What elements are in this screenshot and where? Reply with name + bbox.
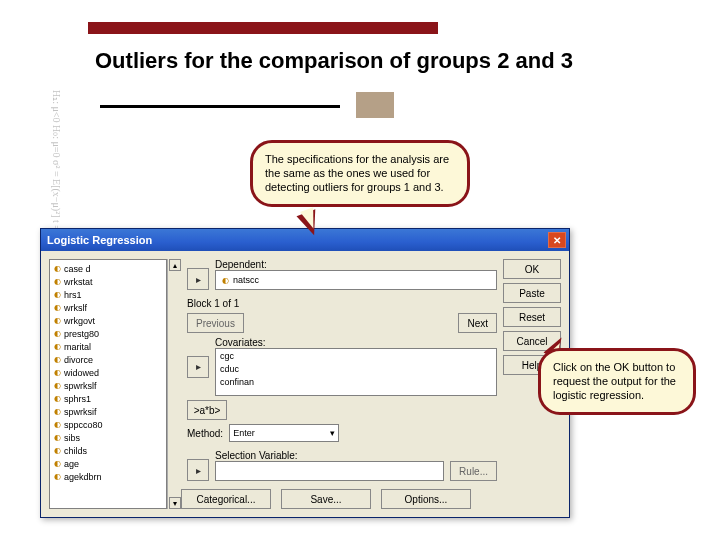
variable-icon: ◐ xyxy=(52,433,62,443)
slide-underline xyxy=(100,105,340,108)
list-item[interactable]: ◐agekdbrn xyxy=(52,470,164,483)
list-item[interactable]: ◐hrs1 xyxy=(52,288,164,301)
variable-icon: ◐ xyxy=(52,446,62,456)
list-item[interactable]: ◐spwrkslf xyxy=(52,379,164,392)
list-item[interactable]: cgc xyxy=(220,351,234,361)
list-item[interactable]: ◐wrkgovt xyxy=(52,314,164,327)
selection-variable-label: Selection Variable: xyxy=(215,450,444,461)
variable-list[interactable]: ◐case d◐wrkstat◐hrs1◐wrkslf◐wrkgovt◐pres… xyxy=(49,259,167,509)
slide-accent-bar xyxy=(88,22,438,34)
list-item[interactable]: cduc xyxy=(220,364,239,374)
interaction-button[interactable]: >a*b> xyxy=(187,400,227,420)
rule-button[interactable]: Rule... xyxy=(450,461,497,481)
variable-list-scrollbar[interactable]: ▴ ▾ xyxy=(167,259,181,509)
variable-icon: ◐ xyxy=(52,420,62,430)
variable-icon: ◐ xyxy=(52,342,62,352)
scroll-down-icon[interactable]: ▾ xyxy=(169,497,181,509)
dependent-label: Dependent: xyxy=(215,259,497,270)
slide-side-box xyxy=(356,92,394,118)
callout-ok-instruction: Click on the OK button to request the ou… xyxy=(538,348,696,415)
dependent-value: natscc xyxy=(233,275,259,285)
callout-specifications: The specifications for the analysis are … xyxy=(250,140,470,207)
next-button[interactable]: Next xyxy=(458,313,497,333)
dependent-field[interactable]: ◐ natscc xyxy=(215,270,497,290)
move-selection-button[interactable]: ▸ xyxy=(187,459,209,481)
method-label: Method: xyxy=(187,428,223,439)
save-button[interactable]: Save... xyxy=(281,489,371,509)
variable-icon: ◐ xyxy=(52,277,62,287)
ok-button[interactable]: OK xyxy=(503,259,561,279)
dialog-title: Logistic Regression xyxy=(47,234,152,246)
list-item[interactable]: ◐wrkstat xyxy=(52,275,164,288)
paste-button[interactable]: Paste xyxy=(503,283,561,303)
block-label: Block 1 of 1 xyxy=(187,298,239,309)
reset-button[interactable]: Reset xyxy=(503,307,561,327)
covariates-label: Covariates: xyxy=(215,337,497,348)
move-dependent-button[interactable]: ▸ xyxy=(187,268,209,290)
variable-icon: ◐ xyxy=(52,290,62,300)
variable-icon: ◐ xyxy=(52,381,62,391)
list-item[interactable]: ◐marital xyxy=(52,340,164,353)
list-item[interactable]: ◐childs xyxy=(52,444,164,457)
variable-icon: ◐ xyxy=(52,407,62,417)
close-icon[interactable]: ✕ xyxy=(548,232,566,248)
list-item[interactable]: ◐sphrs1 xyxy=(52,392,164,405)
logistic-regression-dialog: Logistic Regression ✕ ◐case d◐wrkstat◐hr… xyxy=(40,228,570,518)
chevron-down-icon: ▾ xyxy=(330,428,335,438)
variable-icon: ◐ xyxy=(52,316,62,326)
variable-icon: ◐ xyxy=(52,394,62,404)
list-item[interactable]: ◐spwrksif xyxy=(52,405,164,418)
move-covariate-button[interactable]: ▸ xyxy=(187,356,209,378)
scroll-up-icon[interactable]: ▴ xyxy=(169,259,181,271)
list-item[interactable]: ◐wrkslf xyxy=(52,301,164,314)
variable-icon: ◐ xyxy=(52,472,62,482)
variable-icon: ◐ xyxy=(52,264,62,274)
list-item[interactable]: ◐age xyxy=(52,457,164,470)
list-item[interactable]: ◐sibs xyxy=(52,431,164,444)
variable-icon: ◐ xyxy=(52,368,62,378)
list-item[interactable]: ◐divorce xyxy=(52,353,164,366)
variable-icon: ◐ xyxy=(52,303,62,313)
options-button[interactable]: Options... xyxy=(381,489,471,509)
list-item[interactable]: ◐widowed xyxy=(52,366,164,379)
list-item[interactable]: ◐case d xyxy=(52,262,164,275)
list-item[interactable]: confinan xyxy=(220,377,254,387)
method-value: Enter xyxy=(233,428,255,438)
variable-icon: ◐ xyxy=(52,459,62,469)
variable-icon: ◐ xyxy=(52,329,62,339)
categorical-button[interactable]: Categorical... xyxy=(181,489,271,509)
variable-icon: ◐ xyxy=(52,355,62,365)
covariates-field[interactable]: cgccducconfinan xyxy=(215,348,497,396)
slide-title: Outliers for the comparison of groups 2 … xyxy=(95,48,573,74)
method-select[interactable]: Enter ▾ xyxy=(229,424,339,442)
selection-variable-field[interactable] xyxy=(215,461,444,481)
list-item[interactable]: ◐prestg80 xyxy=(52,327,164,340)
list-item[interactable]: ◐sppcco80 xyxy=(52,418,164,431)
variable-icon: ◐ xyxy=(220,275,230,285)
previous-button[interactable]: Previous xyxy=(187,313,244,333)
